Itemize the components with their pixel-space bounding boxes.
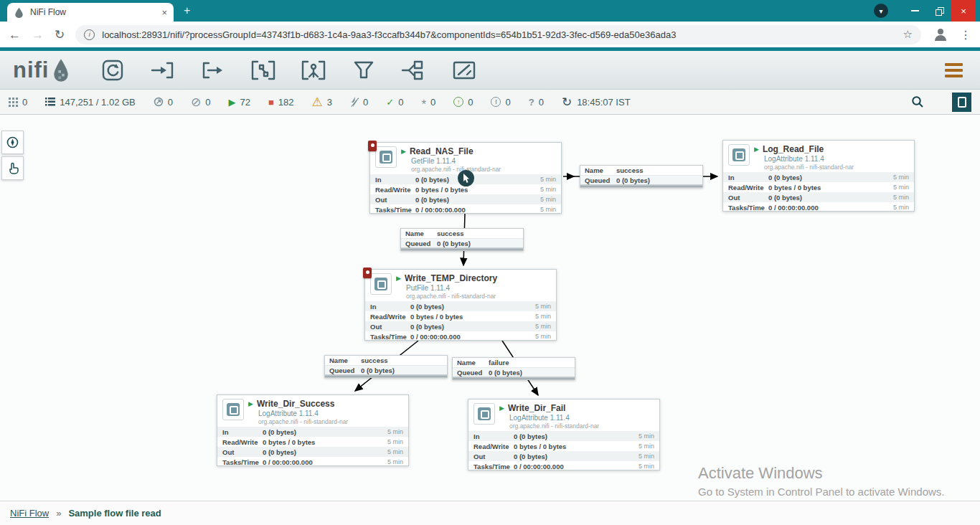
back-icon[interactable]: ← — [9, 29, 21, 41]
stat-value: 0 / 00:00:00.000 — [768, 204, 883, 212]
reload-icon[interactable]: ↻ — [55, 29, 65, 41]
stale-status: ↑ 0 — [453, 97, 473, 108]
search-button[interactable] — [911, 95, 924, 108]
breadcrumb-separator: » — [56, 508, 61, 519]
connection-queued-value: 0 (0 bytes) — [361, 366, 395, 374]
breadcrumb-root-link[interactable]: NiFi Flow — [10, 508, 49, 519]
template-component-icon[interactable] — [397, 56, 430, 85]
stat-label: In — [473, 432, 514, 440]
tab-close-icon[interactable]: × — [161, 7, 167, 18]
active-threads-icon — [9, 98, 18, 107]
stat-window: 5 min — [628, 463, 654, 470]
locally-modified-icon: * — [421, 98, 426, 110]
new-tab-button[interactable]: + — [184, 4, 190, 17]
processor-type: LogAttribute 1.11.4 — [509, 414, 654, 422]
stat-window: 5 min — [525, 303, 551, 310]
processor-write-temp-directory[interactable]: ▶ Write_TEMP_Directory PutFile 1.11.4 or… — [364, 269, 557, 341]
processor-bundle: org.apache.nifi - nifi-standard-nar — [411, 166, 556, 173]
processor-log-read-file[interactable]: ▶ Log_Read_File LogAttribute 1.11.4 org.… — [722, 140, 915, 212]
processor-header: ▶ Write_Dir_Success LogAttribute 1.11.4 … — [217, 395, 408, 427]
url-text[interactable]: localhost:28931/nifi/?processGroupId=437… — [102, 29, 895, 40]
stat-label: Read/Write — [728, 184, 768, 191]
run-state-icon: ▶ — [401, 148, 406, 155]
up-to-date-count: 0 — [398, 97, 403, 108]
stat-label: Read/Write — [473, 443, 514, 450]
running-status: ▶ 72 — [228, 97, 250, 108]
stat-value: 0 (0 bytes) — [514, 453, 628, 460]
breadcrumb-current: Sample flow file read — [68, 508, 161, 519]
refresh-icon[interactable]: ↻ — [562, 96, 572, 108]
page-info-icon[interactable]: i — [84, 29, 95, 40]
stat-value: 0 / 00:00:00.000 — [263, 458, 377, 466]
processor-type-icon — [375, 146, 397, 168]
stat-label: In — [222, 428, 263, 436]
stat-label: Out — [222, 448, 263, 456]
url-input[interactable]: i localhost:28931/nifi/?processGroupId=4… — [75, 25, 921, 44]
transmitting-status: 0 — [154, 97, 173, 108]
browser-menu-icon[interactable]: ⋮ — [960, 28, 971, 42]
operate-palette-button[interactable] — [1, 156, 24, 180]
connection-name-row: Name failure — [453, 358, 575, 367]
panel-toggle-button[interactable] — [952, 93, 971, 112]
mouse-cursor — [458, 170, 474, 186]
maximize-button[interactable] — [927, 0, 951, 22]
close-button[interactable]: × — [951, 0, 976, 22]
nifi-header: nifi — [0, 51, 980, 90]
queue-fill-bar — [401, 247, 523, 250]
connection-queued-label: Queued — [405, 240, 431, 247]
forward-icon[interactable]: → — [32, 29, 44, 41]
connection-queued-value: 0 (0 bytes) — [616, 176, 650, 184]
browser-addressbar: ← → ↻ i localhost:28931/nifi/?processGro… — [0, 22, 980, 47]
connection-queued-label: Queued — [585, 176, 611, 184]
process-group-component-icon[interactable] — [247, 56, 280, 85]
queue-fill-bar — [580, 184, 702, 187]
global-menu-icon[interactable] — [945, 63, 963, 77]
stat-window: 5 min — [530, 186, 556, 193]
stat-label: Out — [473, 453, 514, 460]
stat-row-out: Out 0 (0 bytes) 5 min — [723, 192, 914, 202]
stat-row-in: In 0 (0 bytes) 5 min — [217, 427, 408, 437]
input-port-component-icon[interactable] — [146, 56, 179, 85]
stat-row-out: Out 0 (0 bytes) 5 min — [217, 447, 408, 457]
funnel-component-icon[interactable] — [347, 56, 380, 85]
connection-label-read-to-log[interactable]: Name success Queued 0 (0 bytes) — [580, 165, 703, 188]
stat-value: 0 bytes / 0 bytes — [415, 186, 530, 194]
stat-row-readwrite: Read/Write 0 bytes / 0 bytes 5 min — [468, 441, 659, 451]
processor-bundle: org.apache.nifi - nifi-standard-nar — [509, 422, 654, 430]
connection-label-temp-to-fail[interactable]: Name failure Queued 0 (0 bytes) — [452, 357, 575, 380]
processor-component-icon[interactable] — [96, 56, 129, 85]
processor-write-dir-fail[interactable]: ▶ Write_Dir_Fail LogAttribute 1.11.4 org… — [468, 399, 660, 470]
bookmark-star-icon[interactable]: ☆ — [903, 28, 913, 41]
stat-window: 5 min — [883, 194, 909, 201]
processor-type: PutFile 1.11.4 — [406, 284, 551, 292]
connection-label-read-to-temp[interactable]: Name success Queued 0 (0 bytes) — [400, 228, 524, 251]
active-threads-count: 0 — [22, 97, 27, 108]
processor-header: ▶ Write_Dir_Fail LogAttribute 1.11.4 org… — [468, 399, 659, 431]
navigate-palette-button[interactable] — [1, 131, 24, 154]
up-to-date-status: ✓ 0 — [386, 97, 403, 108]
minimize-button[interactable] — [903, 0, 927, 22]
profile-avatar-icon[interactable] — [932, 26, 949, 43]
stat-row-in: In 0 (0 bytes) 5 min — [468, 431, 659, 441]
browser-tab[interactable]: NiFi Flow × — [7, 3, 174, 22]
search-icon — [911, 95, 924, 108]
disabled-status: 0 — [350, 97, 368, 108]
document-icon — [958, 97, 966, 108]
remote-process-group-component-icon[interactable] — [297, 56, 330, 85]
flow-canvas[interactable]: Name success Queued 0 (0 bytes) Name suc… — [0, 115, 980, 501]
stat-row-readwrite: Read/Write 0 bytes / 0 bytes 5 min — [723, 182, 914, 192]
label-component-icon[interactable] — [448, 56, 481, 85]
disabled-icon — [350, 97, 359, 107]
refresh-status[interactable]: ↻ 18:45:07 IST — [562, 96, 631, 108]
stat-window: 5 min — [628, 453, 654, 460]
nifi-logo: nifi — [13, 58, 70, 82]
stat-value: 0 (0 bytes) — [263, 448, 377, 456]
stat-label: In — [370, 303, 410, 311]
output-port-component-icon[interactable] — [197, 56, 230, 85]
queue-fill-bar — [325, 374, 447, 377]
stat-value: 0 / 00:00:00.000 — [415, 206, 530, 214]
processor-write-dir-success[interactable]: ▶ Write_Dir_Success LogAttribute 1.11.4 … — [217, 394, 409, 466]
connection-label-temp-to-success[interactable]: Name success Queued 0 (0 bytes) — [324, 355, 448, 378]
stat-value: 0 (0 bytes) — [410, 323, 525, 331]
circle-chevron-icon[interactable]: ▾ — [874, 4, 888, 18]
